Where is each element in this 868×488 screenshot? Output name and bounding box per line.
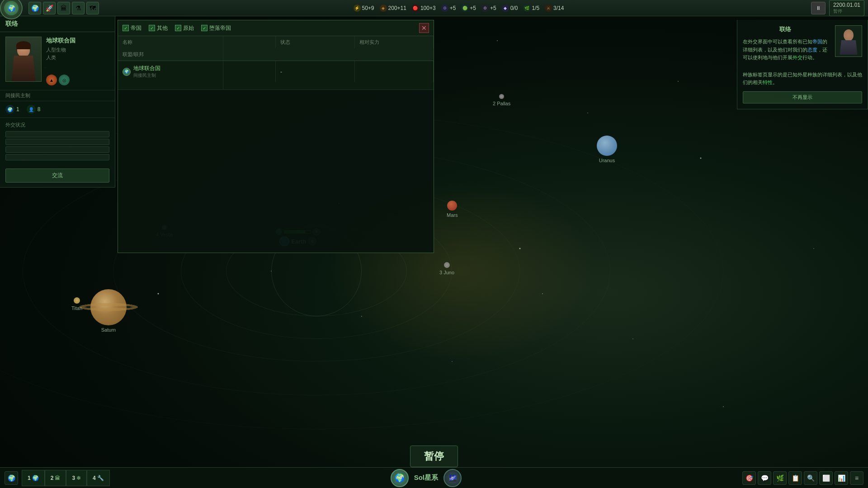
stat-planets: 🌍 1: [5, 105, 19, 114]
planets-icon-btn[interactable]: 🌍: [28, 2, 41, 14]
filter-fallen[interactable]: ✓ 堕落帝国: [201, 24, 231, 32]
empire-status-cell: -: [276, 61, 355, 82]
saturn-label: Saturn: [90, 327, 127, 333]
tab2-num: 2: [51, 475, 54, 481]
empire-species: 人类: [46, 54, 109, 61]
juno-label: 3 Juno: [439, 270, 454, 275]
info-diplomacy-highlight: 外交: [793, 55, 802, 60]
res2-value: +5: [470, 5, 476, 11]
other-checkbox[interactable]: ✓: [149, 25, 155, 31]
tech-icon-btn[interactable]: ⚗: [72, 2, 85, 14]
close-button[interactable]: ✕: [419, 23, 429, 33]
map-icon-btn[interactable]: 🗺: [86, 2, 99, 14]
br-icon-leaf[interactable]: 🌿: [773, 471, 787, 485]
planet-juno[interactable]: 3 Juno: [439, 262, 454, 275]
br-icon-clipboard[interactable]: 📋: [788, 471, 802, 485]
right-panel-title: 联络: [743, 25, 828, 33]
table-header: 名称 状态 相对实力 联盟/联邦: [118, 36, 434, 61]
tab3-num: 3: [72, 475, 75, 481]
bottom-globe-icon[interactable]: 🌍: [5, 471, 18, 485]
filter-other[interactable]: ✓ 其他: [149, 24, 168, 32]
pause-button[interactable]: ⏸: [811, 2, 826, 14]
res1-value: +5: [450, 5, 456, 11]
ships-icon-btn[interactable]: 🚀: [43, 2, 56, 14]
br-icon-target[interactable]: 🎯: [742, 471, 756, 485]
br-icon-chart[interactable]: 📊: [835, 471, 848, 485]
resource-res1: ⚙ +5: [441, 5, 456, 12]
filter-empire[interactable]: ✓ 帝国: [123, 24, 142, 32]
empire-checkbox[interactable]: ✓: [123, 25, 129, 31]
panel-title: 联络: [0, 16, 115, 32]
galaxy-icon[interactable]: 🌌: [443, 469, 462, 487]
col-alliance: 联盟/联邦: [118, 48, 223, 61]
saturn-body: [90, 289, 127, 325]
empire-alliance-cell: [118, 82, 223, 89]
ethics-badge-1: ▲: [46, 75, 57, 85]
influence-value: 0/0: [510, 5, 518, 11]
br-icon-chat[interactable]: 💬: [758, 471, 771, 485]
energy-icon: ⚡: [354, 5, 361, 12]
col-power: 相对实力: [355, 36, 434, 48]
planet-pallas[interactable]: 2 Pallas: [493, 94, 510, 106]
empire-action-cell: [223, 61, 276, 82]
tab4-num: 4: [93, 475, 96, 481]
planet-saturn[interactable]: Saturn: [90, 280, 127, 333]
empire-flag: 🌍: [123, 68, 131, 76]
resource-bar: ⚡ 50+9 ◈ 200+11 🔴 100+3 ⚙ +5 🟢 +5 ⚙ +5 ◆…: [106, 5, 811, 12]
empire-name: 地球联合国: [46, 37, 109, 45]
pause-icon: ⏸: [816, 5, 821, 11]
mars-body: [447, 201, 457, 211]
other-filter-label: 其他: [157, 24, 168, 32]
stat-pop: 👤 8: [27, 105, 41, 114]
portrait-body: [10, 56, 37, 81]
no-show-button[interactable]: 不再显示: [743, 91, 862, 103]
tab1-num: 1: [28, 475, 31, 481]
mil-value: 3/14: [553, 5, 564, 11]
system-globe-icon[interactable]: 🌍: [391, 469, 409, 487]
table-row[interactable]: 🌍 地球联合国 间接民主制 -: [118, 61, 434, 90]
empire-name-text: 地球联合国 间接民主制: [133, 65, 160, 79]
government-label: 间接民主制: [0, 90, 115, 101]
bottom-right-icons: 🎯 💬 🌿 📋 🔍 ⬜ 📊 ≡: [742, 471, 863, 485]
fallen-checkbox[interactable]: ✓: [201, 25, 208, 31]
col-status: 状态: [276, 36, 355, 48]
buildings-icon-btn[interactable]: 🏛: [57, 2, 70, 14]
exchange-button[interactable]: 交流: [5, 169, 109, 183]
bottom-tab-2[interactable]: 2 🏛: [45, 470, 66, 486]
empire-type: 人型生物: [46, 47, 109, 53]
bottom-tab-4[interactable]: 4 🔧: [87, 470, 110, 486]
resource-mil: ⚔ 3/14: [545, 5, 564, 12]
bottom-tab-3[interactable]: 3 ❄: [66, 470, 87, 486]
primitive-checkbox[interactable]: ✓: [175, 25, 181, 31]
empire-badges: ▲ ◎: [46, 75, 109, 85]
avatar-head: [844, 29, 854, 41]
uranus-label: Uranus: [597, 158, 617, 163]
system-name: Sol星系: [414, 474, 438, 482]
resource-energy: ⚡ 50+9: [354, 5, 374, 12]
bottom-tab-1[interactable]: 1 🌍: [22, 470, 45, 486]
planet-titan[interactable]: Titan: [71, 297, 82, 311]
food-value: 100+3: [420, 5, 436, 11]
res2-icon: 🟢: [461, 5, 468, 12]
br-icon-menu[interactable]: ≡: [850, 471, 863, 485]
pop-count: 8: [38, 106, 41, 113]
col-action: [223, 36, 276, 48]
pop-stat-icon: 👤: [27, 105, 36, 114]
empire-portrait[interactable]: [5, 37, 42, 82]
status-bar-3: [5, 146, 109, 153]
res3-icon: ⚙: [481, 5, 489, 12]
empire-row-gov: 间接民主制: [133, 72, 160, 79]
influence-icon: ◆: [502, 5, 509, 12]
juno-body: [444, 262, 450, 268]
resource-minerals: ◈ 200+11: [380, 5, 406, 12]
br-icon-square[interactable]: ⬜: [819, 471, 833, 485]
status-bars: [5, 131, 109, 160]
br-icon-search[interactable]: 🔍: [804, 471, 817, 485]
resource-pop: 🌿 1/5: [523, 5, 539, 12]
planet-mars[interactable]: Mars: [447, 201, 458, 218]
diplomacy-section-header: 外交状况: [5, 122, 109, 128]
filter-primitive[interactable]: ✓ 原始: [175, 24, 194, 32]
fallen-filter-label: 堕落帝国: [209, 24, 231, 32]
food-icon: 🔴: [412, 5, 419, 12]
planet-uranus[interactable]: Uranus: [597, 136, 617, 163]
